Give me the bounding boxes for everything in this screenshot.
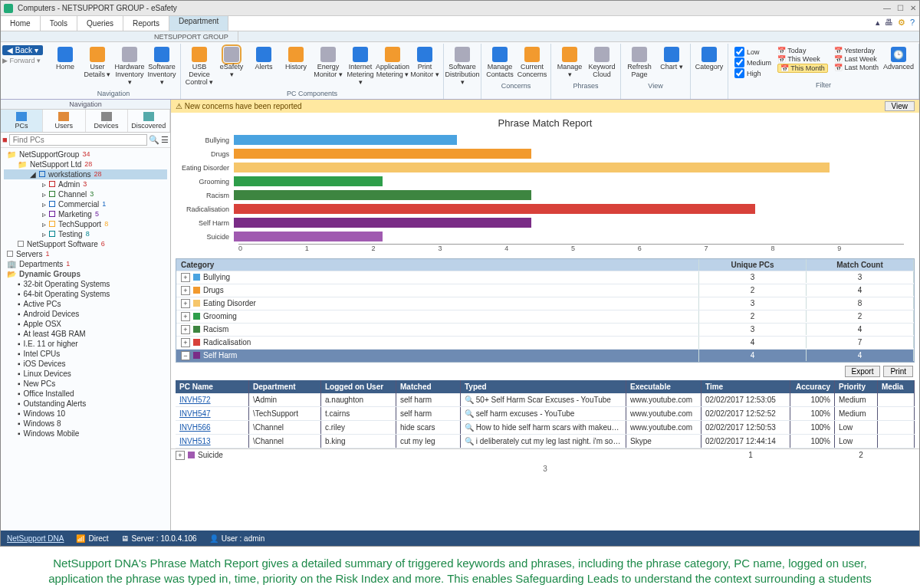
tree-node-workstations[interactable]: ◢ workstations 28 [4,169,167,179]
detail-col-executable[interactable]: Executable [626,380,702,393]
tree-node-admin[interactable]: ▹ Admin 3 [4,179,167,189]
expand-icon[interactable]: + [181,299,190,308]
category-row-self-harm[interactable]: − Self Harm44 [176,349,914,362]
expand-icon[interactable]: + [181,273,190,282]
print-button[interactable]: Print [883,366,913,377]
close-button[interactable]: ✕ [910,4,916,12]
dynamic-group-apple-osx[interactable]: ▪ Apple OSX [4,319,167,329]
tree-dynamic-groups-header[interactable]: 📂 Dynamic Groups [4,269,167,279]
expand-icon[interactable]: + [181,338,190,347]
dynamic-group-64-bit-operating-systems[interactable]: ▪ 64-bit Operating Systems [4,289,167,299]
sub-tab-group[interactable]: NETSUPPORT GROUP [145,31,238,41]
dynamic-group-outstanding-alerts[interactable]: ▪ Outstanding Alerts [4,399,167,409]
tree-node-marketing[interactable]: ▹ Marketing 5 [4,209,167,219]
ribbon-btn-print-monitor-[interactable]: Print Monitor ▾ [409,45,440,88]
expand-icon[interactable]: + [181,286,190,295]
ribbon-btn-manage-contacts[interactable]: Manage Contacts [485,45,515,80]
category-row-bullying[interactable]: + Bullying33 [176,271,914,284]
print-icon[interactable]: 🖶 [885,18,893,28]
tab-reports[interactable]: Reports [123,16,169,31]
category-row-radicalisation[interactable]: + Radicalisation47 [176,336,914,349]
nav-tab-discovered[interactable]: Discovered [128,110,170,132]
dynamic-group-active-pcs[interactable]: ▪ Active PCs [4,299,167,309]
dynamic-group-i-e-11-or-higher[interactable]: ▪ I.E. 11 or higher [4,339,167,349]
dynamic-group-windows-8[interactable]: ▪ Windows 8 [4,419,167,429]
tree-node-techsupport[interactable]: ▹ TechSupport 8 [4,219,167,229]
detail-col-logged-on-user[interactable]: Logged on User [321,380,396,393]
nav-tab-users[interactable]: Users [43,110,85,132]
ribbon-btn-user-details-[interactable]: User Details ▾ [82,45,113,88]
search-button[interactable]: 🔍 [149,135,159,145]
ribbon-btn-usb-device-control-[interactable]: USB Device Control ▾ [184,45,215,88]
tree-node-channel[interactable]: ▹ Channel 3 [4,189,167,199]
tree-node-servers[interactable]: Servers 1 [4,249,167,259]
pc-tree[interactable]: 📁 NetSupportGroup 34 📁 NetSupport Ltd 28… [1,148,170,531]
maximize-button[interactable]: ☐ [897,4,904,12]
pc-link[interactable]: INVH513 [179,437,211,445]
dynamic-group-windows-10[interactable]: ▪ Windows 10 [4,409,167,419]
tree-node-departments[interactable]: 🏢 Departments 1 [4,259,167,269]
filter-this-week[interactable]: 📅 This Week [777,55,828,63]
ribbon-btn-keyword-cloud[interactable]: Keyword Cloud [586,45,617,80]
export-button[interactable]: Export [845,366,881,377]
pager[interactable]: 3 [171,462,919,476]
dynamic-group-32-bit-operating-systems[interactable]: ▪ 32-bit Operating Systems [4,279,167,289]
ribbon-btn-software-distribution-[interactable]: Software Distribution ▾ [447,45,478,88]
expand-icon[interactable]: + [181,312,190,321]
filter-today[interactable]: 📅 Today [777,47,828,54]
dynamic-group-android-devices[interactable]: ▪ Android Devices [4,309,167,319]
tab-queries[interactable]: Queries [77,16,123,31]
status-brand-link[interactable]: NetSupport DNA [7,534,64,543]
filter-last-month[interactable]: 📅 Last Month [834,64,879,71]
dynamic-group-intel-cpus[interactable]: ▪ Intel CPUs [4,349,167,359]
category-row-drugs[interactable]: + Drugs24 [176,284,914,297]
detail-col-typed[interactable]: Typed [461,380,626,393]
ribbon-btn-history[interactable]: History [281,45,311,88]
tree-node-nss[interactable]: NetSupport Software 6 [4,239,167,249]
nav-tab-devices[interactable]: Devices [86,110,128,132]
ribbon-btn-esafety-[interactable]: eSafety ▾ [216,45,247,88]
filter-low[interactable]: Low [734,47,771,57]
back-button[interactable]: ◀ Back ▾ [2,45,43,55]
ribbon-btn-software-inventory-[interactable]: Software Inventory ▾ [146,45,177,88]
pc-link[interactable]: INVH572 [179,396,211,404]
collapse-all-button[interactable]: ☰ [161,135,169,145]
alert-view-button[interactable]: View [885,101,915,111]
tree-root-icon[interactable]: ■ [2,135,8,144]
tab-department[interactable]: Department [169,16,228,31]
col-unique-pcs[interactable]: Unique PCs [699,259,807,271]
minimize-button[interactable]: — [883,4,891,12]
dynamic-group-linux-devices[interactable]: ▪ Linux Devices [4,369,167,379]
detail-row[interactable]: INVH572\Admina.naughtonself harm🔍 50+ Se… [176,393,915,407]
ribbon-btn-current-concerns[interactable]: Current Concerns [517,45,547,80]
ribbon-btn-energy-monitor-[interactable]: Energy Monitor ▾ [313,45,343,88]
tab-tools[interactable]: Tools [41,16,77,31]
filter-high[interactable]: High [734,68,771,78]
forward-button[interactable]: ▶ Forward ▾ [2,57,45,64]
ribbon-btn-hardware-inventory-[interactable]: Hardware Inventory ▾ [114,45,145,88]
col-match-count[interactable]: Match Count [807,259,914,271]
tree-node-commercial[interactable]: ▹ Commercial 1 [4,199,167,209]
detail-col-department[interactable]: Department [249,380,321,393]
dynamic-group-new-pcs[interactable]: ▪ New PCs [4,379,167,389]
tree-node-ltd[interactable]: 📁 NetSupport Ltd 28 [4,159,167,169]
dynamic-group-windows-mobile[interactable]: ▪ Windows Mobile [4,429,167,439]
collapse-ribbon-icon[interactable]: ▴ [876,18,880,28]
category-row-racism[interactable]: + Racism34 [176,323,914,336]
detail-row[interactable]: INVH513\Channelb.kingcut my leg🔍 i delib… [176,435,915,448]
detail-col-priority[interactable]: Priority [835,380,878,393]
dynamic-group-ios-devices[interactable]: ▪ iOS Devices [4,359,167,369]
filter-yesterday[interactable]: 📅 Yesterday [834,47,879,54]
ribbon-btn-application-metering-[interactable]: Application Metering ▾ [377,45,408,88]
filter-this-month[interactable]: 📅 This Month [777,64,828,73]
search-input[interactable] [9,134,147,146]
ribbon-btn-manage-[interactable]: Manage ▾ [554,45,585,80]
settings-icon[interactable]: ⚙ [898,18,905,28]
detail-row[interactable]: INVH566\Channelc.rileyhide scars🔍 How to… [176,421,915,435]
detail-col-matched[interactable]: Matched [396,380,461,393]
detail-col-pc-name[interactable]: PC Name [176,380,249,393]
advanced-filter-button[interactable]: 🕒 Advanced [882,45,915,80]
tree-node-root[interactable]: 📁 NetSupportGroup 34 [4,149,167,159]
filter-last-week[interactable]: 📅 Last Week [834,55,879,63]
dynamic-group-at-least-4gb-ram[interactable]: ▪ At least 4GB RAM [4,329,167,339]
